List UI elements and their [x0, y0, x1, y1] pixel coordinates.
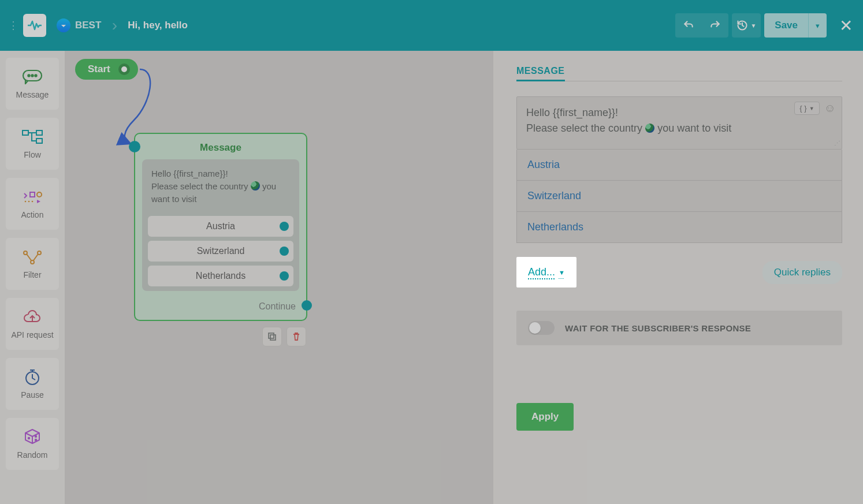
globe-icon	[251, 181, 260, 191]
svg-rect-5	[36, 130, 42, 135]
messenger-icon	[57, 18, 70, 32]
node-input-port[interactable]	[129, 141, 140, 152]
globe-icon	[645, 124, 654, 133]
duplicate-button[interactable]	[262, 327, 282, 346]
redo-button[interactable]	[702, 13, 728, 38]
svg-rect-7	[30, 192, 35, 197]
palette-label: Pause	[21, 390, 44, 400]
palette-label: Message	[16, 90, 49, 99]
palette-api-request[interactable]: API request	[6, 298, 59, 350]
panel-divider	[516, 81, 842, 81]
palette-action[interactable]: Action	[6, 178, 59, 230]
svg-rect-22	[269, 333, 274, 338]
node-toolbar	[262, 327, 306, 346]
start-node[interactable]: Start	[75, 59, 138, 80]
button-row[interactable]: Switzerland	[516, 181, 842, 212]
resize-handle-icon[interactable]: ⋰	[834, 139, 840, 148]
start-output-port[interactable]	[118, 64, 130, 75]
panel-title: MESSAGE	[516, 66, 565, 81]
node-option[interactable]: Austria	[148, 216, 293, 237]
node-palette: Message Flow Action Filter API request P…	[0, 51, 65, 504]
wait-response-toggle[interactable]	[528, 321, 555, 335]
option-port[interactable]	[280, 271, 289, 281]
button-list: Austria Switzerland Netherlands	[516, 150, 842, 243]
svg-point-1	[28, 74, 29, 76]
svg-point-20	[35, 439, 36, 440]
option-port[interactable]	[280, 247, 289, 256]
breadcrumb-chevron-icon: ›	[106, 16, 123, 35]
svg-point-18	[28, 438, 29, 439]
svg-rect-4	[23, 130, 28, 135]
delete-button[interactable]	[287, 327, 306, 346]
quick-replies-button[interactable]: Quick replies	[762, 261, 842, 284]
node-message-text: Hello {{first_name}}! Please select the …	[148, 166, 293, 212]
undo-button[interactable]	[675, 13, 702, 38]
emoji-picker-button[interactable]: ☺	[824, 102, 836, 115]
palette-filter[interactable]: Filter	[6, 238, 59, 290]
save-button[interactable]: Save	[764, 13, 808, 38]
action-icon	[20, 188, 44, 206]
palette-pause[interactable]: Pause	[6, 358, 59, 410]
svg-point-10	[28, 201, 30, 203]
svg-rect-23	[270, 335, 276, 340]
save-dropdown-button[interactable]: ▾	[808, 13, 827, 38]
palette-message[interactable]: Message	[6, 58, 59, 110]
drag-handle-icon[interactable]: ⋮	[6, 19, 21, 32]
palette-random[interactable]: Random	[6, 418, 59, 470]
filter-icon	[20, 248, 44, 266]
svg-point-15	[31, 260, 34, 264]
svg-marker-12	[37, 200, 40, 203]
node-title: Message	[135, 134, 306, 159]
palette-label: Random	[17, 450, 48, 460]
option-port[interactable]	[280, 222, 289, 231]
start-label: Start	[88, 64, 110, 75]
message-textarea[interactable]: Hello {{first_name}}! Please select the …	[516, 96, 842, 150]
apply-button[interactable]: Apply	[516, 403, 574, 431]
continue-port[interactable]	[302, 300, 312, 311]
node-body: Hello {{first_name}}! Please select the …	[142, 159, 299, 291]
svg-point-19	[35, 436, 36, 437]
svg-point-2	[31, 74, 33, 76]
properties-panel: MESSAGE Hello {{first_name}}! Please sel…	[493, 51, 863, 504]
wait-response-label: WAIT FOR THE SUBSCRIBER'S RESPONSE	[565, 323, 751, 333]
palette-flow[interactable]: Flow	[6, 118, 59, 170]
random-icon	[20, 428, 44, 446]
flow-title[interactable]: Hi, hey, hello	[128, 20, 188, 31]
palette-label: Flow	[24, 150, 41, 159]
palette-label: Action	[21, 210, 44, 219]
pause-icon	[20, 368, 44, 386]
palette-label: API request	[11, 330, 53, 339]
close-button[interactable]: ✕	[839, 16, 853, 35]
button-row[interactable]: Netherlands	[516, 212, 842, 243]
node-option[interactable]: Netherlands	[148, 266, 293, 286]
message-icon	[20, 68, 44, 85]
button-row[interactable]: Austria	[516, 150, 842, 181]
flow-icon	[20, 128, 44, 145]
svg-point-3	[35, 74, 36, 76]
svg-rect-6	[36, 139, 42, 143]
svg-point-11	[32, 201, 34, 203]
app-header: ⋮ BEST › Hi, hey, hello ▼ Save ▾ ✕	[0, 0, 863, 51]
message-node[interactable]: Message Hello {{first_name}}! Please sel…	[134, 133, 307, 321]
api-icon	[20, 308, 44, 326]
history-button[interactable]: ▼	[732, 13, 761, 38]
palette-label: Filter	[23, 270, 41, 279]
save-button-group: Save ▾	[764, 13, 827, 38]
add-element-button[interactable]: Add...▼	[516, 257, 576, 288]
insert-variable-button[interactable]: { }▼	[794, 102, 819, 115]
svg-point-8	[37, 192, 42, 197]
node-option[interactable]: Switzerland	[148, 241, 293, 262]
app-logo[interactable]	[23, 14, 46, 37]
wait-response-row: WAIT FOR THE SUBSCRIBER'S RESPONSE	[516, 311, 842, 345]
svg-point-9	[25, 201, 27, 203]
node-continue: Continue	[135, 297, 306, 314]
bot-name[interactable]: BEST	[75, 20, 101, 31]
